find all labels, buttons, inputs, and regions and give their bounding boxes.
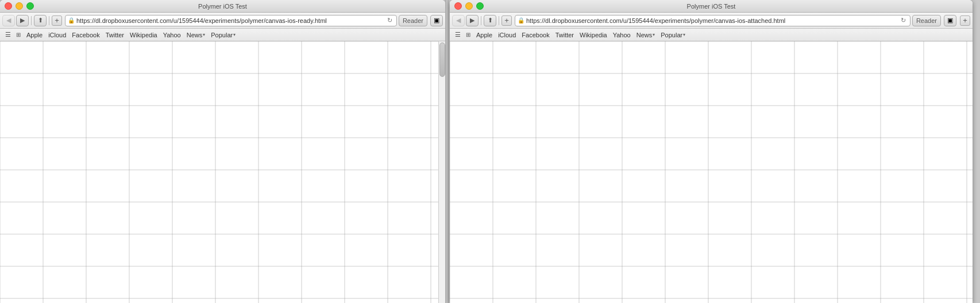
refresh-icon-right[interactable]: ↻ <box>900 17 908 25</box>
bookmark-yahoo-left[interactable]: Yahoo <box>161 32 183 38</box>
window-divider <box>445 0 449 303</box>
content-area-left <box>0 41 445 303</box>
back-button-right[interactable]: ◀ <box>452 15 465 26</box>
bookmark-news-left[interactable]: News ▾ <box>184 32 208 38</box>
camera-icon-right: ▣ <box>947 17 953 24</box>
bookmark-news-right[interactable]: News ▾ <box>634 32 658 38</box>
lock-icon-left: 🔒 <box>68 17 75 24</box>
tab-add-button-right[interactable]: + <box>960 15 970 26</box>
content-area-right <box>450 41 973 303</box>
bookmark-wikipedia-left[interactable]: Wikipedia <box>128 32 160 38</box>
maximize-button-right[interactable] <box>476 2 484 10</box>
popular-chevron-left: ▾ <box>233 32 236 37</box>
grid-canvas-left <box>0 41 445 303</box>
back-icon-left: ◀ <box>6 17 11 24</box>
news-chevron-right: ▾ <box>653 32 655 37</box>
forward-icon-left: ▶ <box>20 17 25 24</box>
browser-window-right: Polymer iOS Test ◀ ▶ ⬆ + 🔒 https://dl.dr… <box>450 0 973 303</box>
bookmark-icloud-left[interactable]: iCloud <box>46 32 68 38</box>
minimize-button-left[interactable] <box>16 2 23 10</box>
camera-icon-left: ▣ <box>434 17 439 24</box>
toolbar-right: ◀ ▶ ⬆ + 🔒 https://dl.dropboxusercontent.… <box>450 13 973 29</box>
bookmarks-bar-left: ☰ ⊞ Apple iCloud Facebook Twitter Wikipe… <box>0 29 445 41</box>
add-tab-button-left[interactable]: + <box>52 15 62 26</box>
bookmark-apple-left[interactable]: Apple <box>24 32 45 38</box>
window-controls-left <box>5 2 34 10</box>
share-button-left[interactable]: ⬆ <box>34 15 47 26</box>
add-tab-icon-left: + <box>55 17 59 24</box>
grid-icon-right[interactable]: ⊞ <box>464 30 473 40</box>
bookmark-twitter-left[interactable]: Twitter <box>103 32 126 38</box>
close-button-left[interactable] <box>5 2 12 10</box>
share-icon-right: ⬆ <box>488 17 493 24</box>
address-text-right: https://dl.dropboxusercontent.com/u/1595… <box>526 17 898 24</box>
minimize-button-right[interactable] <box>465 2 473 10</box>
maximize-button-left[interactable] <box>26 2 34 10</box>
share-icon-left: ⬆ <box>38 17 43 24</box>
grid-icon-left[interactable]: ⊞ <box>14 30 23 40</box>
forward-button-right[interactable]: ▶ <box>466 15 479 26</box>
browser-window-left: Polymer iOS Test ◀ ▶ ⬆ + 🔒 https://dl.dr… <box>0 0 445 303</box>
scrollbar-left[interactable] <box>438 41 445 303</box>
tab-add-icon-right: + <box>963 17 967 24</box>
address-bar-left[interactable]: 🔒 https://dl.dropboxusercontent.com/u/15… <box>65 15 397 26</box>
news-chevron-left: ▾ <box>203 32 205 37</box>
window-title-left: Polymer iOS Test <box>198 3 247 10</box>
back-button-left[interactable]: ◀ <box>2 15 15 26</box>
bookmarks-bar-right: ☰ ⊞ Apple iCloud Facebook Twitter Wikipe… <box>450 29 973 41</box>
toolbar-left: ◀ ▶ ⬆ + 🔒 https://dl.dropboxusercontent.… <box>0 13 445 29</box>
bookmark-icloud-right[interactable]: iCloud <box>496 32 518 38</box>
bookmark-facebook-left[interactable]: Facebook <box>70 32 102 38</box>
lock-icon-right: 🔒 <box>518 17 524 24</box>
camera-button-left[interactable]: ▣ <box>430 15 443 26</box>
window-title-right: Polymer iOS Test <box>687 3 736 10</box>
bookmark-list-icon-right[interactable]: ☰ <box>453 30 462 40</box>
separator-left <box>31 16 32 25</box>
bookmark-list-icon-left[interactable]: ☰ <box>3 30 13 40</box>
bookmark-twitter-right[interactable]: Twitter <box>553 32 576 38</box>
separator2-left <box>49 16 49 25</box>
back-icon-right: ◀ <box>456 17 461 24</box>
add-tab-icon-right: + <box>504 17 509 24</box>
add-tab-button-right[interactable]: + <box>501 15 512 26</box>
scrollbar-thumb-left[interactable] <box>439 42 445 77</box>
refresh-icon-left[interactable]: ↻ <box>386 17 394 25</box>
reader-button-left[interactable]: Reader <box>399 15 427 26</box>
address-bar-right[interactable]: 🔒 https://dl.dropboxusercontent.com/u/15… <box>515 15 910 26</box>
title-bar-right: Polymer iOS Test <box>450 0 973 13</box>
bookmark-wikipedia-right[interactable]: Wikipedia <box>577 32 609 38</box>
window-controls-right <box>454 2 484 10</box>
address-bar-container-left: 🔒 https://dl.dropboxusercontent.com/u/15… <box>65 15 427 26</box>
bookmark-popular-left[interactable]: Popular ▾ <box>209 32 238 38</box>
bookmark-popular-right[interactable]: Popular ▾ <box>658 32 688 38</box>
forward-icon-right: ▶ <box>470 17 474 24</box>
reader-button-right[interactable]: Reader <box>912 15 941 26</box>
grid-canvas-right <box>450 41 973 303</box>
share-button-right[interactable]: ⬆ <box>484 15 496 26</box>
title-bar-left: Polymer iOS Test <box>0 0 445 13</box>
address-bar-container-right: 🔒 https://dl.dropboxusercontent.com/u/15… <box>515 15 941 26</box>
camera-button-right[interactable]: ▣ <box>944 15 956 26</box>
bookmark-yahoo-right[interactable]: Yahoo <box>611 32 633 38</box>
forward-button-left[interactable]: ▶ <box>16 15 29 26</box>
address-text-left: https://dl.dropboxusercontent.com/u/1595… <box>76 17 384 24</box>
separator2-right <box>499 16 499 25</box>
bookmark-apple-right[interactable]: Apple <box>474 32 495 38</box>
bookmark-facebook-right[interactable]: Facebook <box>519 32 551 38</box>
separator-right <box>481 16 481 25</box>
close-button-right[interactable] <box>454 2 462 10</box>
popular-chevron-right: ▾ <box>683 32 685 37</box>
